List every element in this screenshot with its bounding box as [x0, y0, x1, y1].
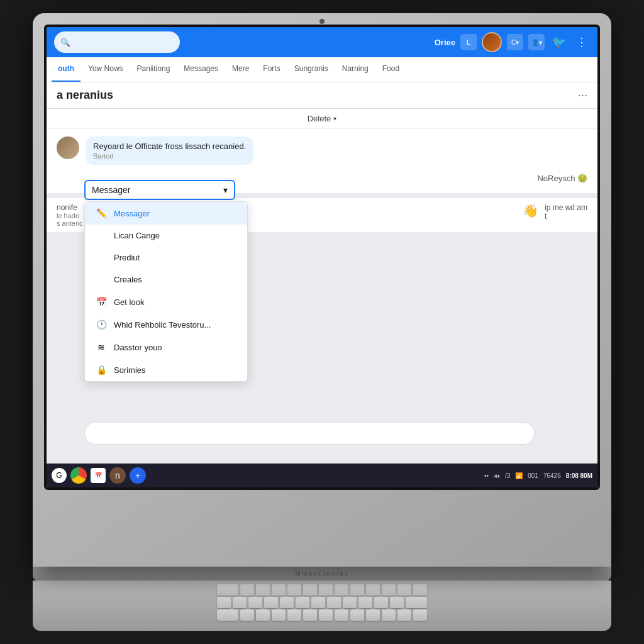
- nav-avatar[interactable]: [482, 32, 502, 52]
- dropdown-item-whid[interactable]: 🕐 Whid Rehbolic Tevestoru...: [85, 313, 247, 336]
- key-9[interactable]: [343, 597, 357, 608]
- subnav-item-mere[interactable]: Mere: [226, 57, 255, 82]
- key-f5[interactable]: [303, 584, 317, 596]
- subnav-item-narning[interactable]: Narning: [336, 57, 375, 82]
- delete-bar[interactable]: Delete ▾: [47, 109, 597, 129]
- key-1[interactable]: [217, 597, 231, 608]
- taskbar-calendar-icon[interactable]: 📅: [91, 468, 106, 483]
- dropdown-select[interactable]: Messager ▾: [84, 180, 235, 200]
- taskbar-plus-icon[interactable]: +: [130, 467, 146, 484]
- key-f1[interactable]: [240, 584, 254, 596]
- nav-more-icon[interactable]: ⋮: [574, 34, 590, 50]
- dropdown-item-label-3: Creales: [114, 275, 142, 284]
- search-icon: 🔍: [60, 38, 70, 47]
- laptop-brand-label: MiekeLlemias: [295, 570, 348, 577]
- dropdown-item-creales[interactable]: Creales: [85, 269, 247, 291]
- key-esc[interactable]: [217, 584, 238, 596]
- key-f10[interactable]: [382, 584, 396, 596]
- dropdown-item-lican-cange[interactable]: Lican Cange: [85, 225, 247, 247]
- message-text: Reyoard le Officate fross lissach recani…: [93, 142, 246, 151]
- page-title: a neranius: [57, 89, 113, 102]
- key-f12[interactable]: [413, 584, 427, 596]
- subnav-item-paniitiong[interactable]: Paniitiong: [131, 57, 177, 82]
- taskbar-code: 001: [528, 472, 538, 479]
- subnav-item-forts[interactable]: Forts: [257, 57, 286, 82]
- dropdown-chevron-icon: ▾: [223, 185, 228, 195]
- subnav-item-yow-nows[interactable]: Yow Nows: [82, 57, 130, 82]
- key-f4[interactable]: [287, 584, 301, 596]
- delete-chevron-icon: ▾: [333, 115, 336, 122]
- key-8[interactable]: [327, 597, 341, 608]
- key-y[interactable]: [319, 609, 333, 621]
- key-f2[interactable]: [256, 584, 270, 596]
- subnav-item-messages[interactable]: Messages: [177, 57, 225, 82]
- key-f11[interactable]: [397, 584, 411, 596]
- dropdown-item-prediut[interactable]: Prediut: [85, 247, 247, 269]
- key-q[interactable]: [240, 609, 254, 621]
- key-f8[interactable]: [350, 584, 364, 596]
- page-more-button[interactable]: ···: [578, 89, 587, 102]
- dropdown-item-sorimies[interactable]: 🔒 Sorimies: [85, 358, 247, 381]
- dropdown-item-dasstor[interactable]: ≋ Dasstor youo: [85, 336, 247, 358]
- taskbar-right: •• ⏮ /3 📶 001 76426 8:08 80M: [484, 472, 592, 479]
- key-5[interactable]: [280, 597, 294, 608]
- search-bar[interactable]: 🔍: [54, 31, 180, 53]
- subnav-item-food[interactable]: Food: [376, 57, 406, 82]
- key-u[interactable]: [335, 609, 348, 621]
- nav-icon-box[interactable]: L: [460, 34, 477, 50]
- message-avatar: [57, 136, 79, 159]
- key-bracket-right[interactable]: [413, 609, 427, 621]
- nav-user-icon[interactable]: 👤▾: [528, 34, 545, 50]
- taskbar-n-icon[interactable]: n: [109, 467, 126, 484]
- notif-text2: t: [545, 212, 587, 221]
- key-o[interactable]: [366, 609, 380, 621]
- key-t[interactable]: [303, 609, 317, 621]
- nav-c-icon[interactable]: C▾: [507, 34, 523, 50]
- nav-username: Oriee: [435, 38, 455, 47]
- key-bracket-left[interactable]: [397, 609, 411, 621]
- key-p[interactable]: [382, 609, 396, 621]
- taskbar-google-icon[interactable]: G: [52, 468, 67, 483]
- taskbar-time: 8:08 80M: [566, 472, 592, 479]
- dropdown-item-label-6: Dasstor youo: [114, 343, 162, 352]
- sub-navigation: outh Yow Nows Paniitiong Messages Mere: [47, 57, 597, 82]
- nav-twitter-icon[interactable]: 🐦: [550, 34, 569, 50]
- dropdown-selected-value: Messager: [92, 185, 130, 195]
- key-7[interactable]: [311, 597, 325, 608]
- key-equals[interactable]: [390, 597, 404, 608]
- key-e[interactable]: [272, 609, 286, 621]
- notif-right-text: ip me wd am t: [545, 203, 587, 221]
- dropdown-item-label-1: Lican Cange: [114, 231, 160, 240]
- laptop-shell: 🔍 Oriee L C▾ 👤▾ 🐦 ⋮: [33, 13, 611, 631]
- key-0[interactable]: [358, 597, 372, 608]
- key-tab[interactable]: [217, 609, 238, 621]
- taskbar: G 📅 n + •• ⏮ /3 📶 001 76426 8:08 80M: [47, 464, 597, 487]
- key-f3[interactable]: [272, 584, 286, 596]
- message-sender: Bartod: [93, 152, 246, 160]
- dropdown-item-label-0: Messager: [114, 209, 150, 218]
- taskbar-wifi-icon: 📶: [515, 472, 523, 479]
- top-navigation: 🔍 Oriee L C▾ 👤▾ 🐦 ⋮: [47, 27, 597, 57]
- taskbar-chrome-icon[interactable]: [70, 467, 87, 484]
- key-4[interactable]: [264, 597, 278, 608]
- key-3[interactable]: [248, 597, 262, 608]
- message-input[interactable]: [84, 422, 535, 445]
- key-f6[interactable]: [319, 584, 333, 596]
- dropdown-item-messager[interactable]: ✏️ Messager: [85, 202, 247, 225]
- main-content: a neranius ··· Delete ▾ Reyoard le Of: [47, 82, 597, 464]
- keyboard-row-3: [217, 609, 427, 621]
- key-minus[interactable]: [374, 597, 388, 608]
- key-i[interactable]: [350, 609, 364, 621]
- key-6[interactable]: [296, 597, 309, 608]
- key-f7[interactable]: [335, 584, 348, 596]
- keyboard-area: [33, 580, 611, 631]
- dropdown-item-lock-icon: 🔒: [95, 365, 108, 375]
- key-2[interactable]: [233, 597, 247, 608]
- key-f9[interactable]: [366, 584, 380, 596]
- key-w[interactable]: [256, 609, 270, 621]
- dropdown-item-get-look[interactable]: 📅 Get look: [85, 291, 247, 313]
- key-backspace[interactable]: [406, 597, 427, 608]
- key-r[interactable]: [287, 609, 301, 621]
- subnav-item-outh[interactable]: outh: [52, 57, 80, 82]
- subnav-item-sungranis[interactable]: Sungranis: [288, 57, 335, 82]
